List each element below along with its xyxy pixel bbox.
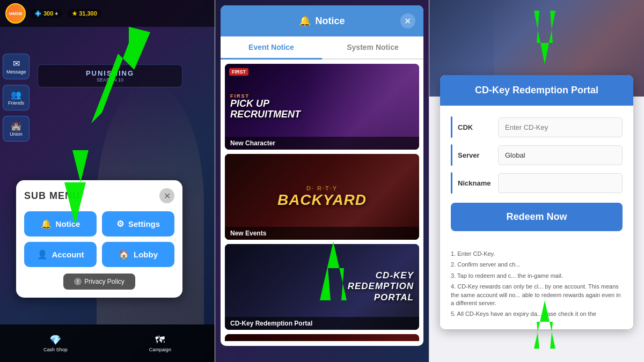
avatar: MMSB [5, 3, 26, 24]
union-icon: 🏰 [6, 121, 26, 131]
notice-header: 🔔 Notice ✕ [221, 5, 423, 36]
close-notice-button[interactable]: ✕ [400, 13, 415, 28]
lobby-button[interactable]: 🏠 Lobby [102, 242, 174, 267]
info-icon: ! [74, 278, 82, 285]
notice-item-1-label: New Character [225, 137, 419, 150]
notice-item-pickup[interactable]: FIRST PICK UPRECRUITMENT New Character F… [225, 64, 419, 150]
sub-menu-popup: SUB MENU ✕ 🔔 Notice ⚙ Settings 👤 Account… [16, 180, 182, 298]
notice-tabs: Event Notice System Notice [221, 36, 423, 60]
panel-2-notice: 🔔 Notice ✕ Event Notice System Notice [215, 0, 429, 362]
cdk-accent [451, 116, 452, 138]
nickname-accent [451, 172, 452, 194]
bottom-nav-cash-shop[interactable]: 💎 Cash Shop [43, 334, 68, 352]
gem-resource: 💠 300 + [30, 9, 62, 18]
server-label: Server [458, 151, 493, 159]
top-bar: MMSB 💠 300 + ★ 31,300 [0, 0, 215, 27]
message-icon: ✉ [6, 58, 26, 69]
bell-icon: 🔔 [41, 219, 52, 229]
account-button[interactable]: 👤 Account [24, 242, 97, 267]
lobby-icon: 🏠 [119, 249, 129, 260]
notice-item-cdkey[interactable]: CD-KEYREDEMPTIONPORTAL CD-Key Redemption… [225, 244, 419, 330]
notice-modal: 🔔 Notice ✕ Event Notice System Notice [221, 5, 423, 346]
bell-icon-2: 🔔 [299, 15, 311, 27]
first-badge: FIRST [229, 68, 248, 76]
tab-system-notice[interactable]: System Notice [322, 36, 423, 58]
cdkey-form: CDK Server Nickname Redeem Now [440, 106, 633, 242]
close-sub-menu-button[interactable]: ✕ [159, 188, 174, 203]
redeem-now-button[interactable]: Redeem Now [451, 203, 623, 231]
menu-grid: 🔔 Notice ⚙ Settings 👤 Account 🏠 Lobby [24, 211, 174, 267]
notice-title: 🔔 Notice [299, 15, 345, 27]
note-3: 3. Tap to redeem and c... the in-game ma… [451, 272, 623, 280]
server-field-row: Server [451, 144, 623, 166]
panel-1-game: MMSB 💠 300 + ★ 31,300 ✉ Message [0, 0, 215, 362]
nickname-input[interactable] [498, 173, 623, 193]
gold-resource: ★ 31,300 [68, 9, 101, 18]
side-navigation: ✉ Message 👥 Friends 🏰 Union [3, 54, 30, 142]
cash-shop-icon: 💎 [43, 334, 68, 346]
cdkey-portal-title: CD-Key Redemption Portal [450, 85, 624, 96]
campaign-icon: 🗺 [149, 335, 171, 346]
resources: 💠 300 + ★ 31,300 [30, 9, 101, 18]
notice-item-credit[interactable]: LINK YOUR CREDIT R...AND CLAIM REWA... C… [225, 334, 419, 341]
game-title-area: PUNISHING SEASON 10 [38, 64, 182, 87]
sidebar-item-message[interactable]: ✉ Message [3, 54, 30, 79]
cdk-field-row: CDK [451, 116, 623, 138]
notice-item-4-bg: LINK YOUR CREDIT R...AND CLAIM REWA... [225, 334, 419, 341]
server-input[interactable] [498, 145, 623, 165]
note-2: 2. Confirm server and ch... [451, 261, 623, 269]
nickname-field-row: Nickname [451, 172, 623, 194]
panel-3-cdkey: CD-Key Redemption Portal CDK Server [429, 0, 644, 362]
cdkey-header: CD-Key Redemption Portal [440, 75, 633, 106]
privacy-policy-button[interactable]: ! Privacy Policy [63, 274, 135, 290]
note-5: 5. All CD-Keys have an expiry da... ease… [451, 310, 623, 318]
game-subtitle: SEASON 10 [42, 77, 178, 83]
friends-icon: 👥 [6, 90, 26, 100]
nickname-label: Nickname [458, 179, 493, 187]
settings-button[interactable]: ⚙ Settings [102, 211, 174, 237]
game-title: PUNISHING [42, 69, 178, 77]
bottom-navigation: 💎 Cash Shop 🗺 Campaign [0, 324, 215, 362]
bottom-nav-campaign[interactable]: 🗺 Campaign [149, 335, 171, 352]
notice-item-backyard[interactable]: D· R·T·Y BACKYARD New Events [225, 154, 419, 240]
notice-item-3-label: CD-Key Redemption Portal [225, 317, 419, 330]
server-accent [451, 144, 452, 166]
sidebar-item-union[interactable]: 🏰 Union [3, 116, 30, 142]
cdk-label: CDK [458, 123, 493, 131]
account-icon: 👤 [37, 249, 48, 260]
notice-content: FIRST PICK UPRECRUITMENT New Character F… [221, 60, 423, 341]
cdkey-notes: 1. Enter CD-Key. 2. Confirm server and c… [440, 242, 633, 329]
gear-icon: ⚙ [116, 219, 124, 229]
note-1: 1. Enter CD-Key. [451, 250, 623, 258]
sidebar-item-friends[interactable]: 👥 Friends [3, 85, 30, 110]
cdk-input[interactable] [498, 117, 623, 137]
cdkey-portal: CD-Key Redemption Portal CDK Server [440, 75, 633, 329]
notice-button[interactable]: 🔔 Notice [24, 211, 97, 237]
tab-event-notice[interactable]: Event Notice [221, 36, 322, 60]
sub-menu-header: SUB MENU ✕ [24, 188, 174, 203]
notice-item-2-label: New Events [225, 227, 419, 240]
note-4: 4. CD-Key rewards can only be cl... by o… [451, 283, 623, 307]
sub-menu-title: SUB MENU [24, 190, 80, 202]
